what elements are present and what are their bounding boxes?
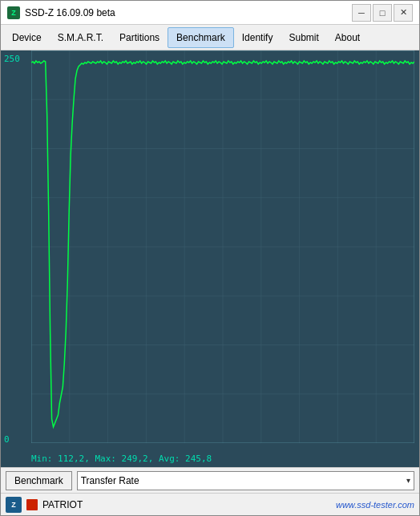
menu-item-submit[interactable]: Submit [281, 27, 326, 48]
menu-item-device[interactable]: Device [4, 27, 50, 48]
title-bar: Z SSD-Z 16.09.09 beta ─ □ ✕ [1, 1, 419, 25]
y-axis-max: 250 [4, 54, 20, 64]
benchmark-chart [31, 50, 414, 443]
menu-item-identify[interactable]: Identify [234, 27, 281, 48]
maximize-button[interactable]: □ [373, 4, 392, 22]
menu-item-about[interactable]: About [327, 27, 368, 48]
y-axis-min: 0 [4, 434, 10, 445]
status-app-icon: Z [6, 497, 22, 513]
stats-text: Min: 112,2, Max: 249,2, Avg: 245,8 [31, 454, 212, 464]
menu-item-smart[interactable]: S.M.A.R.T. [50, 27, 111, 48]
minimize-button[interactable]: ─ [352, 4, 371, 22]
website-link: www.ssd-tester.com [336, 500, 414, 510]
stats-bar: Min: 112,2, Max: 249,2, Avg: 245,8 [1, 452, 419, 467]
drive-status-indicator [26, 499, 38, 510]
dropdown-arrow-icon: ▾ [406, 476, 410, 485]
status-bar: Z PATRIOT www.ssd-tester.com [1, 493, 419, 515]
main-window: Z SSD-Z 16.09.09 beta ─ □ ✕ Device S.M.A… [0, 0, 420, 516]
bottom-toolbar: Benchmark Transfer Rate ▾ [1, 467, 419, 493]
dropdown-value: Transfer Rate [81, 475, 139, 486]
benchmark-button[interactable]: Benchmark [6, 471, 72, 490]
chart-container: Work in Progress - Results Unreliable 25… [1, 50, 419, 467]
menu-item-benchmark[interactable]: Benchmark [168, 27, 234, 48]
window-title: SSD-Z 16.09.09 beta [25, 7, 352, 18]
window-controls: ─ □ ✕ [352, 4, 413, 22]
drive-name: PATRIOT [42, 499, 331, 510]
app-icon: Z [7, 6, 20, 19]
menu-bar: Device S.M.A.R.T. Partitions Benchmark I… [1, 25, 419, 50]
transfer-rate-dropdown[interactable]: Transfer Rate ▾ [77, 471, 414, 490]
menu-item-partitions[interactable]: Partitions [111, 27, 168, 48]
close-button[interactable]: ✕ [394, 4, 413, 22]
